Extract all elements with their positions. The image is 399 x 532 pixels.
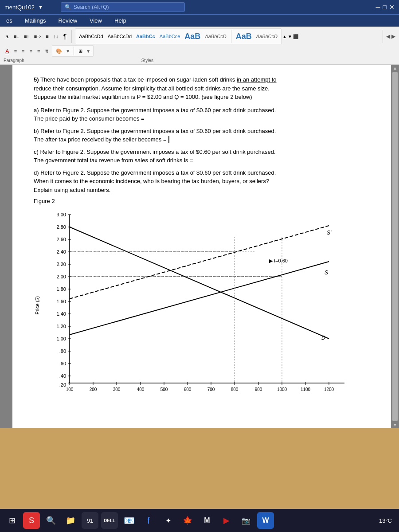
list-icon-4[interactable]: ≡	[35, 47, 42, 55]
svg-text:200: 200	[89, 387, 97, 392]
style-subtitle-gallery[interactable]: AaBbCcD	[203, 33, 228, 40]
taskbar-search[interactable]: S	[23, 512, 40, 529]
qa-d-text: d) Refer to Figure 2. Suppose the govern…	[34, 169, 276, 176]
border-icon[interactable]: ⊞	[77, 47, 84, 55]
styles-section-label: Styles	[141, 58, 153, 63]
ribbon-sep-1	[71, 30, 72, 43]
taskbar-play[interactable]: ▶	[218, 512, 235, 529]
menu-item-help[interactable]: Help	[113, 16, 128, 25]
list-icon-3[interactable]: ≡	[28, 47, 34, 55]
shading-icon[interactable]: 🎨	[54, 47, 64, 55]
style-expand[interactable]: ⬛	[293, 34, 298, 39]
taskbar-windows[interactable]: ⊞	[4, 512, 20, 529]
taskbar-photo[interactable]: 📷	[238, 512, 254, 529]
svg-text:1.60: 1.60	[56, 299, 66, 304]
chart-inner: 3.00 2.80 2.60 2.40 2.20 2.00	[43, 210, 370, 401]
qa-d-text3: Explain using actual numbers.	[34, 187, 110, 193]
list-icon-2[interactable]: ≡	[20, 47, 26, 55]
bold-icon[interactable]: 𝐀	[4, 33, 11, 40]
scroll-up-arrow[interactable]: ▲	[393, 66, 397, 70]
search-box[interactable]: 🔍 Search (Alt+Q)	[61, 2, 185, 12]
svg-text:2.60: 2.60	[56, 237, 66, 242]
svg-text:1.80: 1.80	[56, 286, 66, 292]
format-icon[interactable]: ≡⇒	[32, 33, 43, 40]
svg-text:500: 500	[160, 387, 168, 392]
style-heading1[interactable]: AaBbCc	[134, 33, 157, 40]
title-bar-left: mentQu102 ▼	[4, 4, 43, 11]
taskbar-facebook[interactable]: f	[140, 512, 157, 529]
document-area: 5) There have been proposals that a tax …	[12, 65, 391, 428]
style-normal[interactable]: AaBbCcDd	[77, 33, 105, 40]
tax-label: ▶ t=0.60	[269, 258, 288, 263]
minimize-btn[interactable]: ─	[376, 4, 380, 11]
svg-text:900: 900	[254, 387, 262, 392]
indent-inc-icon[interactable]: ≡↑	[22, 33, 31, 40]
style-aab-large[interactable]: AaB	[183, 31, 202, 42]
pilcrow-icon[interactable]: ¶	[62, 32, 69, 41]
intro-text-1: There have been proposals that a tax be …	[40, 76, 277, 83]
sort-icon[interactable]: ↑↓	[52, 33, 60, 40]
right-scroll-1[interactable]: ◀	[386, 33, 390, 39]
taskbar-star[interactable]: ✦	[160, 512, 176, 529]
indent-dec-icon[interactable]: ≡↓	[12, 33, 21, 40]
right-scroll-2[interactable]: ▶	[391, 33, 395, 39]
y-axis-label: Price ($)	[34, 296, 41, 315]
taskbar-files[interactable]: 🔍	[43, 512, 59, 529]
supply-curve-s-prime	[70, 226, 329, 299]
svg-text:600: 600	[184, 387, 191, 392]
svg-text:2.00: 2.00	[56, 274, 66, 279]
supply-curve-s	[70, 262, 329, 335]
ribbon-sep-4	[74, 47, 74, 55]
style-nospace[interactable]: AaBbCcDd	[106, 33, 133, 40]
taskbar-dell[interactable]: DELL	[101, 512, 118, 529]
maximize-btn[interactable]: □	[383, 4, 387, 11]
taskbar-folder[interactable]: 📁	[62, 512, 79, 529]
qa-c-answer: The government total tax revenue from sa…	[34, 157, 193, 164]
intro-text-2: reduce their consumption. Assume for sim…	[34, 85, 270, 92]
outdent-icon[interactable]: ↯	[43, 47, 51, 55]
title-dropdown-arrow[interactable]: ▼	[38, 4, 43, 10]
align-icon[interactable]: ≡	[44, 33, 50, 40]
qa-d-text2: When it comes to the economic incidence,…	[34, 178, 269, 184]
menu-bar: es Mailings Review View Help	[0, 14, 399, 27]
menu-item-es[interactable]: es	[4, 16, 14, 25]
svg-text:1100: 1100	[300, 387, 310, 392]
doc-title: mentQu102	[4, 4, 35, 11]
taskbar-temperature: 13°C	[379, 517, 392, 524]
style-sub-gallery2[interactable]: AaBbCcD	[254, 33, 279, 40]
question-b: b) Refer to Figure 2. Suppose the govern…	[34, 127, 370, 144]
svg-text:.80: .80	[59, 348, 66, 354]
taskbar-email[interactable]: 📧	[121, 512, 137, 529]
d-curve-label: D	[321, 335, 325, 341]
style-title-gallery[interactable]: AaB	[234, 31, 254, 42]
style-scroll-down[interactable]: ▼	[288, 34, 292, 39]
taskbar-91[interactable]: 91	[82, 512, 98, 529]
right-scrollbar[interactable]: ▲ ▼	[391, 65, 399, 428]
question-d: d) Refer to Figure 2. Suppose the govern…	[34, 168, 370, 195]
ribbon-sep-3	[383, 30, 383, 43]
menu-item-view[interactable]: View	[88, 16, 104, 25]
menu-item-review[interactable]: Review	[56, 16, 79, 25]
title-bar: mentQu102 ▼ 🔍 Search (Alt+Q) ─ □ ✕	[0, 0, 399, 14]
list-icon-1[interactable]: ≡	[12, 47, 19, 55]
qa-b-answer: The after-tax price received by the sell…	[34, 136, 169, 143]
style-heading2[interactable]: AaBbCce	[158, 33, 182, 40]
style-scroll-up[interactable]: ▲	[282, 34, 287, 39]
chart-container: Price ($) 3.00 2.80 2.60	[34, 210, 370, 401]
chart-svg: 3.00 2.80 2.60 2.40 2.20 2.00	[43, 210, 353, 401]
taskbar-m[interactable]: M	[199, 512, 215, 529]
search-icon: 🔍	[65, 4, 71, 10]
taskbar-word[interactable]: W	[257, 512, 274, 529]
taskbar-maple[interactable]: 🍁	[179, 512, 196, 529]
svg-text:2.40: 2.40	[56, 249, 66, 254]
question-a: a) Refer to Figure 2. Suppose the govern…	[34, 106, 370, 123]
svg-text:2.20: 2.20	[56, 262, 66, 267]
s-curve-label: S	[325, 270, 328, 276]
paragraph-section-label: Paragraph	[4, 58, 24, 63]
close-btn[interactable]: ✕	[389, 4, 395, 11]
menu-item-mailings[interactable]: Mailings	[23, 16, 48, 25]
svg-text:2.80: 2.80	[56, 224, 66, 230]
svg-text:100: 100	[66, 387, 73, 392]
underline-a-icon[interactable]: A	[4, 47, 11, 55]
scroll-down-arrow[interactable]: ▼	[393, 422, 397, 427]
